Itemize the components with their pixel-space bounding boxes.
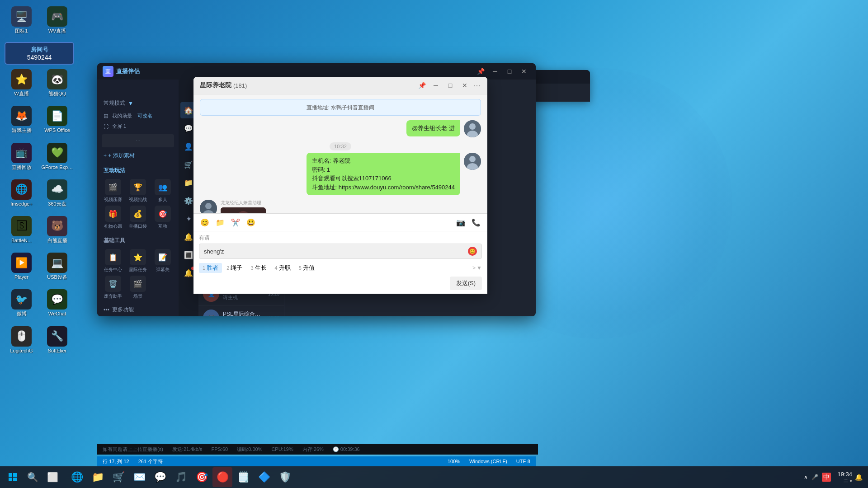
taskbar-edge[interactable]: 🌐 [67, 467, 87, 487]
face-toolbar-btn[interactable]: 😃 [245, 216, 257, 228]
taskbar-teams[interactable]: 💬 [150, 467, 170, 487]
desktop-icon-gforce[interactable]: 💚 GForce Experience [40, 141, 74, 172]
more-functions-btn[interactable]: ••• 更多功能 [97, 303, 179, 316]
taskbar-store[interactable]: 🛒 [108, 467, 128, 487]
chat-item-psl[interactable]: 🎮 PSL星际综合讨论群 [25名] 钓鱼王, 防电器... 19:22 [198, 306, 284, 316]
taskbar-security[interactable]: 🛡️ [275, 467, 295, 487]
chat-minimize-btn[interactable]: ─ [429, 80, 442, 90]
video-call-btn[interactable]: 📷 [455, 216, 467, 228]
desktop-icon-youzu[interactable]: 🦊 游戏主播 [5, 104, 38, 135]
tool-xingji-task[interactable]: ⭐ 星际任务 [127, 249, 149, 273]
sidebar-preview: ⋯ [102, 134, 174, 147]
minimize-button[interactable]: ─ [489, 66, 501, 76]
desktop-icon-logitech[interactable]: 🖱️ LogitechG [5, 324, 38, 356]
ig-multi[interactable]: 👥 多人 [152, 179, 174, 203]
ig-pocket[interactable]: 💰 主播口袋 [127, 206, 149, 230]
ime-item-2[interactable]: 2 绳子 [223, 263, 246, 273]
wechat-chat-window: 星际养老院 (181) 📌 ─ □ ✕ ⋯ 直播地址: 水鸭子抖音直播间 @养生… [193, 77, 487, 294]
voice-call-btn[interactable]: 📞 [470, 216, 482, 228]
tool-scene[interactable]: 🎬 场景 [127, 276, 149, 300]
tray-up-arrow[interactable]: ∧ [804, 474, 808, 480]
ime-item-3[interactable]: 3 生长 [247, 263, 270, 273]
desktop-icon-usb[interactable]: 💻 USB设备 [40, 251, 74, 282]
svg-rect-14 [9, 473, 12, 477]
emoji-toolbar-btn[interactable]: 😊 [199, 216, 211, 228]
ime-item-4[interactable]: 4 升职 [271, 263, 294, 273]
close-button[interactable]: ✕ [518, 66, 530, 76]
ig-pocket-icon: 💰 [130, 206, 146, 222]
send-button[interactable]: 发送(S) [450, 277, 482, 290]
desktop-icon-wechat[interactable]: 💬 WeChat [40, 287, 74, 319]
ig-video-compress[interactable]: 🎬 视频压赛 [102, 179, 124, 203]
ime-more-btn[interactable]: > ▼ [472, 265, 482, 271]
ime-item-1[interactable]: 1 胜者 [199, 263, 222, 273]
ig-video-battle[interactable]: 🏆 视频批战 [127, 179, 149, 203]
desktop-icon-weibo[interactable]: 🐦 微博 [5, 287, 38, 319]
tool-discard[interactable]: 🗑️ 废弃助手 [102, 276, 124, 300]
desktop: 🖥️ 图标1 🎮 WV直播 房间号 5490244 ⭐ W直播 🐼 熊猫QQ 🦊… [0, 0, 868, 488]
room-badge[interactable]: 房间号 5490244 [5, 42, 74, 65]
search-button[interactable]: 🔍 [24, 468, 42, 486]
desktop-icon-white-bear[interactable]: 🐻 白熊直播 [40, 214, 74, 245]
taskbar-calc[interactable]: 🗒️ [233, 467, 253, 487]
pin-button[interactable]: 📌 [474, 66, 487, 76]
clock-time: 19:34 [837, 471, 852, 478]
tool-danmu[interactable]: 📝 弹幕关 [152, 249, 174, 273]
input-emoji-btn[interactable]: 😊 [468, 247, 477, 256]
taskview-button[interactable]: ⬜ [43, 468, 61, 486]
chat-input-box: sheng'z 😊 [199, 244, 482, 259]
pin-chat-icon[interactable]: 📌 [418, 82, 426, 89]
msg-bubble-card: 主机名: 养老院 密码: 1 抖音观看可以搜索1107171066 斗鱼地址: … [307, 153, 460, 195]
chat-more-btn[interactable]: ⋯ [473, 80, 481, 90]
tool-task-center[interactable]: 📋 任务中心 [102, 249, 124, 273]
sidebar-fullscreen: ⛶ 全屏 1 [97, 121, 179, 131]
chat-messages-area: 直播地址: 水鸭子抖音直播间 @养生组长老 进 10:32 主机名: 养老 [193, 94, 487, 213]
tray-mic[interactable]: 🎤 [811, 474, 818, 480]
ig-interact[interactable]: 🎯 互动 [152, 206, 174, 230]
chat-input-text: sheng'z [204, 248, 465, 255]
desktop-icon-360[interactable]: ☁️ 360云盘 [40, 178, 74, 209]
taskbar-unknown[interactable]: 🎯 [192, 467, 212, 487]
info-upload: 发送:21.4kb/s [172, 446, 203, 453]
desktop-icon-wvlive[interactable]: 🎮 WV直播 [40, 5, 74, 36]
taskbar-mail[interactable]: ✉️ [129, 467, 149, 487]
desktop-icon-s[interactable]: 🅂 BattleN... [5, 214, 38, 245]
desktop-icon-1-label: 图标1 [15, 28, 28, 34]
start-button[interactable] [4, 468, 22, 486]
msg-content-left-1: 龙龙经纪人兼营助理 [221, 200, 266, 213]
desktop-icon-player[interactable]: ▶️ Player [5, 251, 38, 282]
desktop-icon-wlive[interactable]: ⭐ W直播 [5, 67, 38, 99]
add-source-btn[interactable]: + + 添加素材 [97, 150, 179, 161]
tray-notification-bell[interactable]: 🔔 [855, 474, 863, 481]
ime-item-5[interactable]: 5 升值 [295, 263, 318, 273]
desktop-icon-imsedge[interactable]: 🌐 Imsedge+ [5, 178, 38, 209]
tray-ime[interactable]: 中 [822, 473, 831, 482]
input-emoji-icon: 😊 [469, 249, 476, 254]
ig-pocket-label: 主播口袋 [129, 223, 147, 230]
taskbar-red[interactable]: 🔴 [212, 467, 232, 487]
sidebar-edit-label[interactable]: 可改名 [137, 113, 152, 119]
taskbar-edge2[interactable]: 🔷 [254, 467, 274, 487]
chat-maximize-btn[interactable]: □ [444, 80, 457, 90]
ig-gift[interactable]: 🎁 礼物心愿 [102, 206, 124, 230]
scissors-toolbar-btn[interactable]: ✂️ [230, 216, 241, 228]
ime-num-5: 5 [299, 265, 303, 271]
msg-content-card: 主机名: 养老院 密码: 1 抖音观看可以搜索1107171066 斗鱼地址: … [307, 153, 460, 195]
ime-num-4: 4 [275, 265, 279, 271]
file-toolbar-btn[interactable]: 📁 [214, 216, 226, 228]
desktop-icon-1[interactable]: 🖥️ 图标1 [5, 5, 38, 36]
taskbar-music[interactable]: 🎵 [171, 467, 191, 487]
ig-interact-label: 互动 [158, 223, 167, 230]
desktop-icon-panda[interactable]: 🐼 熊猫QQ [40, 67, 74, 99]
info-fps: FPS:60 [211, 446, 228, 452]
desktop-icon-wps[interactable]: 📄 WPS Office [40, 104, 74, 135]
chat-close-btn[interactable]: ✕ [458, 80, 471, 90]
chat-window-controls: 📌 ─ □ ✕ ⋯ [418, 80, 481, 90]
sidebar-mode[interactable]: 常规模式 ▼ [97, 96, 179, 111]
taskbar-explorer[interactable]: 📁 [88, 467, 108, 487]
maximize-button[interactable]: □ [503, 66, 516, 76]
desktop-icon-replay[interactable]: 📺 直播回放 [5, 141, 38, 172]
taskbar-start-area: 🔍 ⬜ [0, 468, 65, 486]
scene-tool-icon: 🎬 [130, 276, 146, 292]
desktop-icon-softelier[interactable]: 🔧 SoftElier [40, 324, 74, 356]
